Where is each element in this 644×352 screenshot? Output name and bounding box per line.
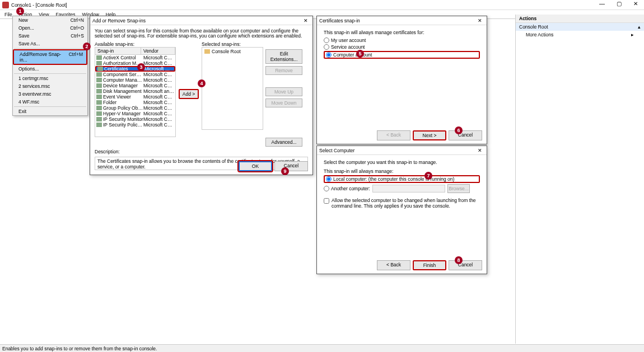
available-snapins-list[interactable]: ActiveX ControlMicrosoft Cor...Authoriza… bbox=[95, 54, 176, 137]
snapin-row[interactable]: Component ServicesMicrosoft Cor... bbox=[95, 72, 175, 77]
snapin-icon bbox=[96, 78, 102, 82]
selected-snapins-tree[interactable]: Console Root bbox=[202, 47, 263, 130]
radio-computer-account[interactable]: Computer account bbox=[324, 51, 480, 59]
move-down-button[interactable]: Move Down bbox=[265, 98, 302, 107]
radio-input[interactable] bbox=[324, 44, 329, 50]
callout-8: 8 bbox=[455, 256, 463, 264]
status-bar: Enables you to add snap-ins to or remove… bbox=[0, 344, 644, 352]
callout-1: 1 bbox=[16, 7, 24, 15]
list-header: Snap-in Vendor bbox=[95, 47, 176, 54]
menu-recent-3[interactable]: 3 eventvwr.msc bbox=[13, 90, 87, 98]
close-icon[interactable]: ✕ bbox=[301, 18, 310, 24]
radio-input[interactable] bbox=[324, 186, 329, 191]
menu-open[interactable]: Open...Ctrl+O bbox=[13, 24, 87, 32]
dialog-title-bar: Add or Remove Snap-ins ✕ bbox=[90, 16, 312, 25]
file-menu-dropdown: NewCtrl+N Open...Ctrl+O SaveCtrl+S Save … bbox=[12, 16, 88, 116]
radio-user-account[interactable]: My user account bbox=[324, 37, 480, 43]
callout-3: 3 bbox=[137, 63, 145, 71]
more-actions-item[interactable]: More Actions ▸ bbox=[516, 31, 644, 39]
snapin-row[interactable]: CertificatesMicrosoft Cor... bbox=[95, 66, 175, 72]
ok-button[interactable]: OK bbox=[239, 161, 272, 171]
snapin-row[interactable]: ActiveX ControlMicrosoft Cor... bbox=[95, 55, 175, 60]
window-title: Console1 - [Console Root] bbox=[11, 2, 67, 8]
snapin-icon bbox=[96, 117, 102, 121]
browse-button: Browse... bbox=[447, 184, 470, 193]
folder-icon bbox=[204, 49, 210, 54]
next-button[interactable]: Next > bbox=[413, 130, 446, 140]
minimize-button[interactable]: — bbox=[594, 0, 610, 9]
intro-text: Select the computer you want this snap-i… bbox=[324, 159, 480, 165]
actions-header: Actions bbox=[516, 15, 644, 23]
move-up-button[interactable]: Move Up bbox=[265, 87, 302, 96]
menu-save[interactable]: SaveCtrl+S bbox=[13, 32, 87, 40]
snapin-row[interactable]: IP Security MonitorMicrosoft Cor... bbox=[95, 116, 175, 122]
dialog-title: Certificates snap-in bbox=[319, 18, 360, 24]
allow-change-checkbox-row[interactable]: Allow the selected computer to be change… bbox=[324, 198, 480, 209]
available-label: Available snap-ins: bbox=[95, 41, 176, 47]
finish-button[interactable]: Finish bbox=[413, 260, 446, 270]
chevron-up-icon[interactable]: ▴ bbox=[638, 24, 641, 30]
actions-section[interactable]: Console Root ▴ bbox=[516, 23, 644, 31]
close-button[interactable]: ✕ bbox=[627, 0, 644, 9]
radio-local-computer[interactable]: Local computer: (the computer this conso… bbox=[324, 175, 480, 183]
cancel-button[interactable]: Cancel bbox=[449, 130, 482, 140]
snapin-icon bbox=[96, 95, 102, 99]
add-button[interactable]: Add > bbox=[179, 89, 199, 99]
snapin-icon bbox=[96, 89, 102, 93]
dialog-title: Add or Remove Snap-ins bbox=[92, 18, 146, 24]
close-icon[interactable]: ✕ bbox=[475, 18, 484, 24]
back-button[interactable]: < Back bbox=[377, 260, 410, 270]
snapin-icon bbox=[96, 111, 102, 116]
checkbox-input[interactable] bbox=[324, 198, 329, 204]
callout-7: 7 bbox=[424, 172, 432, 180]
snapin-icon bbox=[96, 55, 102, 60]
tree-root-label: Console Root bbox=[212, 49, 241, 54]
radio-input[interactable] bbox=[324, 37, 329, 43]
menu-recent-1[interactable]: 1 certmgr.msc bbox=[13, 74, 87, 82]
snapin-row[interactable]: FolderMicrosoft Cor... bbox=[95, 100, 175, 105]
snapin-row[interactable]: Disk ManagementMicrosoft and... bbox=[95, 88, 175, 94]
selected-label: Selected snap-ins: bbox=[202, 41, 263, 47]
actions-pane: Actions Console Root ▴ More Actions ▸ bbox=[515, 15, 644, 344]
radio-input[interactable] bbox=[326, 52, 332, 58]
snapin-row[interactable]: Computer Managem...Microsoft Cor... bbox=[95, 77, 175, 83]
intro-text: You can select snap-ins for this console… bbox=[95, 29, 308, 39]
snapin-row[interactable]: Group Policy Object ...Microsoft Cor... bbox=[95, 105, 175, 111]
description-label: Description: bbox=[95, 149, 308, 154]
dialog-title: Select Computer bbox=[319, 148, 354, 153]
callout-2: 2 bbox=[83, 43, 91, 50]
snapin-icon bbox=[96, 106, 102, 110]
snapin-row[interactable]: Authorization Manag...Microsoft Cor... bbox=[95, 60, 175, 66]
menu-exit[interactable]: Exit bbox=[13, 107, 87, 115]
edit-extensions-button[interactable]: Edit Extensions... bbox=[265, 49, 302, 64]
snapin-row[interactable]: Hyper-V ManagerMicrosoft Cor... bbox=[95, 111, 175, 116]
dialog-title-bar: Select Computer ✕ bbox=[317, 146, 487, 155]
radio-another-computer[interactable]: Another computer: Browse... bbox=[324, 184, 480, 193]
radio-service-account[interactable]: Service account bbox=[324, 44, 480, 50]
snapin-icon bbox=[97, 67, 103, 71]
menu-recent-2[interactable]: 2 services.msc bbox=[13, 82, 87, 90]
radio-input[interactable] bbox=[326, 176, 332, 182]
snapin-row[interactable]: IP Security Policy M...Microsoft Cor... bbox=[95, 122, 175, 128]
certificates-snapin-dialog: Certificates snap-in ✕ This snap-in will… bbox=[316, 16, 487, 144]
back-button: < Back bbox=[377, 130, 410, 140]
cancel-button[interactable]: Cancel bbox=[274, 161, 308, 171]
snapin-icon bbox=[96, 72, 102, 77]
chevron-right-icon: ▸ bbox=[631, 32, 634, 37]
snapin-row[interactable]: Event ViewerMicrosoft Cor... bbox=[95, 94, 175, 100]
snapin-icon bbox=[96, 100, 102, 105]
snapin-row[interactable]: Device ManagerMicrosoft Cor... bbox=[95, 83, 175, 88]
close-icon[interactable]: ✕ bbox=[475, 148, 484, 153]
menu-new[interactable]: NewCtrl+N bbox=[13, 16, 87, 24]
cancel-button[interactable]: Cancel bbox=[449, 260, 482, 270]
menu-save-as[interactable]: Save As... bbox=[13, 40, 87, 48]
advanced-button[interactable]: Advanced... bbox=[265, 138, 302, 147]
add-remove-snapins-dialog: Add or Remove Snap-ins ✕ You can select … bbox=[90, 16, 313, 175]
snapin-icon bbox=[96, 61, 102, 65]
remove-button[interactable]: Remove bbox=[265, 66, 302, 75]
maximize-button[interactable]: ▢ bbox=[610, 0, 627, 9]
callout-6: 6 bbox=[455, 126, 463, 134]
menu-recent-4[interactable]: 4 WF.msc bbox=[13, 98, 87, 106]
menu-add-remove-snapin[interactable]: Add/Remove Snap-in...Ctrl+M bbox=[13, 49, 87, 65]
menu-options[interactable]: Options... bbox=[13, 65, 87, 73]
